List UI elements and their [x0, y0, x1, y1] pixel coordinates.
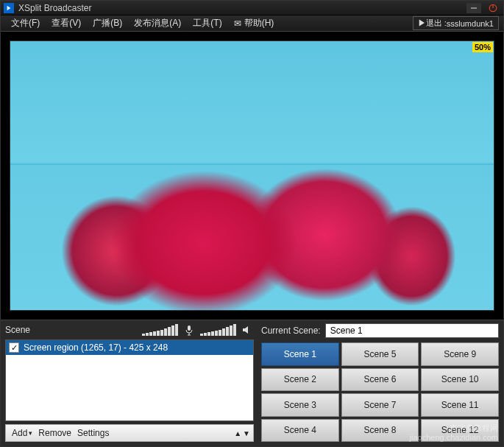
scene-header-label: Scene — [5, 325, 30, 335]
svg-marker-4 — [243, 326, 248, 334]
titlebar: XSplit Broadcaster — [1, 1, 503, 15]
source-label: Screen region (1265, 17) - 425 x 248 — [24, 342, 168, 353]
preview-canvas[interactable] — [10, 41, 494, 311]
exit-username: ssslumdunk1 — [447, 19, 494, 28]
scene-button-11[interactable]: Scene 11 — [421, 393, 499, 417]
menu-help[interactable]: ✉ 帮助(H) — [228, 15, 280, 31]
preview-area: 50% — [1, 32, 503, 320]
scene-button-5[interactable]: Scene 5 — [341, 342, 419, 366]
app-icon — [4, 3, 14, 13]
menu-broadcast[interactable]: 广播(B) — [87, 15, 128, 31]
current-scene-label: Current Scene: — [261, 325, 321, 336]
scene-grid: Scene 1 Scene 5 Scene 9 Scene 2 Scene 6 … — [261, 342, 499, 442]
settings-button[interactable]: Settings — [74, 428, 112, 438]
scene-button-3[interactable]: Scene 3 — [261, 393, 339, 417]
current-scene-row: Current Scene: — [261, 322, 499, 339]
move-down-button[interactable]: ▼ — [243, 429, 250, 437]
menu-help-label: 帮助(H) — [244, 17, 274, 29]
source-item[interactable]: ✓ Screen region (1265, 17) - 425 x 248 — [6, 340, 253, 355]
svg-marker-0 — [7, 5, 11, 10]
microphone-icon[interactable] — [182, 323, 196, 337]
scene-button-8[interactable]: Scene 8 — [341, 419, 419, 443]
left-panel: Scene ✓ Screen region (1265, 17) - 425 x — [1, 320, 258, 446]
svg-rect-3 — [188, 325, 191, 331]
source-checkbox[interactable]: ✓ — [9, 342, 19, 353]
mic-volume-meter[interactable] — [142, 324, 178, 336]
envelope-icon: ✉ — [234, 18, 241, 29]
minimize-button[interactable] — [466, 3, 481, 13]
scene-button-1[interactable]: Scene 1 — [261, 342, 339, 366]
sources-toolbar: Add▾ Remove Settings ▲ ▼ — [5, 424, 254, 442]
scene-button-4[interactable]: Scene 4 — [261, 419, 339, 443]
current-scene-input[interactable] — [325, 323, 499, 338]
menu-view[interactable]: 查看(V) — [46, 15, 87, 31]
exit-prefix: ▶退出 : — [418, 18, 447, 29]
remove-button[interactable]: Remove — [35, 428, 74, 438]
exit-button[interactable]: ▶退出 : ssslumdunk1 — [413, 16, 499, 30]
add-button[interactable]: Add▾ — [9, 428, 35, 438]
menu-file[interactable]: 文件(F) — [5, 15, 46, 31]
app-window: XSplit Broadcaster 文件(F) 查看(V) 广播(B) 发布消… — [0, 0, 504, 447]
scene-button-7[interactable]: Scene 7 — [341, 393, 419, 417]
move-up-button[interactable]: ▲ — [234, 429, 241, 437]
speaker-icon[interactable] — [241, 323, 254, 337]
sources-list[interactable]: ✓ Screen region (1265, 17) - 425 x 248 — [5, 339, 254, 421]
right-panel: Current Scene: Scene 1 Scene 5 Scene 9 S… — [258, 320, 503, 446]
scene-button-6[interactable]: Scene 6 — [341, 368, 419, 392]
speaker-volume-meter[interactable] — [200, 324, 236, 336]
scene-button-9[interactable]: Scene 9 — [421, 342, 499, 366]
menubar: 文件(F) 查看(V) 广播(B) 发布消息(A) 工具(T) ✉ 帮助(H) … — [1, 15, 503, 32]
close-button[interactable] — [486, 3, 500, 13]
chevron-down-icon: ▾ — [29, 429, 32, 437]
scene-button-12[interactable]: Scene 12 — [421, 419, 499, 443]
menu-tools[interactable]: 工具(T) — [187, 15, 227, 31]
audio-row: Scene — [1, 320, 258, 339]
controls-panel: Scene ✓ Screen region (1265, 17) - 425 x — [1, 320, 503, 446]
window-title: XSplit Broadcaster — [18, 3, 466, 13]
scene-button-2[interactable]: Scene 2 — [261, 368, 339, 392]
zoom-badge: 50% — [472, 42, 493, 52]
menu-publish[interactable]: 发布消息(A) — [128, 15, 187, 31]
scene-button-10[interactable]: Scene 10 — [421, 368, 499, 392]
